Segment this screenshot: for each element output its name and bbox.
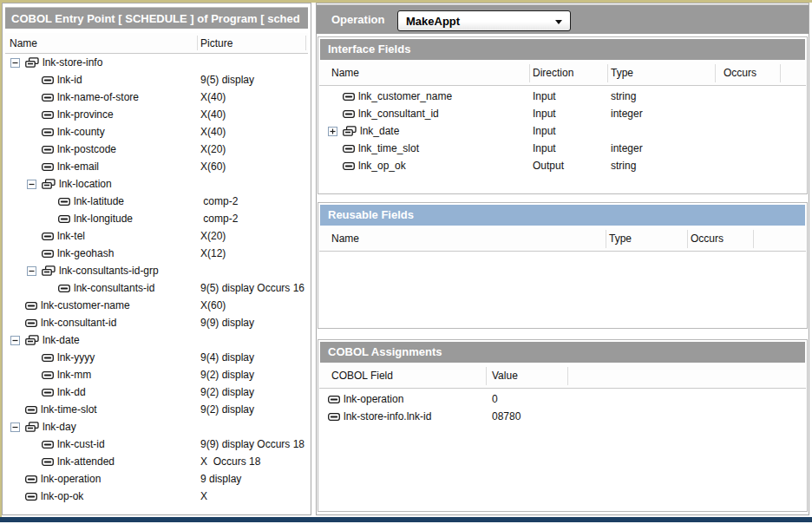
tree-row[interactable]: lnk-day [5,418,308,436]
field-icon [42,389,54,396]
collapse-icon[interactable] [10,336,20,345]
tree-row[interactable]: lnk-date [5,331,308,349]
tree-row[interactable]: lnk-consultant-id9(9) display [5,314,308,331]
field-icon [58,285,70,292]
item-label: lnk-geohash [57,247,114,259]
group-icon [25,422,39,433]
picture-value: X(20) [200,141,226,158]
tree-row[interactable]: lnk-countyX(40) [5,123,308,141]
column-separator[interactable] [305,36,306,50]
item-label: lnk-consultants-id-grp [59,265,159,277]
collapse-icon[interactable] [10,422,20,432]
column-separator[interactable] [687,230,688,248]
column-header-name: Name [10,37,37,49]
tree-row[interactable]: lnk-latitude comp-2 [5,193,308,210]
expand-icon[interactable] [328,127,337,136]
picture-value: 9(5) display Occurs 16 [200,279,304,297]
operation-dropdown[interactable]: MakeAppt [397,10,571,31]
cobol-tree-column-header: Name Picture [5,33,308,54]
column-separator[interactable] [197,36,198,50]
field-icon [343,93,355,101]
item-label: lnk-day [43,421,76,433]
window-bottom-edge [0,517,812,522]
tree-row[interactable]: lnk-op-okX [5,488,308,505]
tree-row[interactable]: lnk-mm9(2) display [5,366,308,383]
tree-row[interactable]: lnk-consultants-id9(5) display Occurs 16 [5,279,308,297]
tree-row[interactable]: lnk-provinceX(40) [5,106,308,123]
tree-row[interactable]: lnk-location [5,175,308,193]
interface-field-row[interactable]: lnk_time_slotInputinteger [319,140,806,157]
column-separator[interactable] [567,367,568,385]
item-label: lnk-county [57,126,105,138]
column-header-name: Name [331,67,359,79]
tree-row[interactable]: lnk-postcodeX(20) [5,141,308,158]
field-icon [42,146,54,154]
item-label: lnk-latitude [74,195,124,207]
column-separator[interactable] [529,64,530,82]
field-icon [42,371,54,379]
column-separator[interactable] [486,367,487,385]
type-value: integer [611,105,643,122]
field-icon [343,162,355,170]
column-header-name: Name [331,233,359,245]
item-label: lnk-store-info [43,56,102,69]
column-separator[interactable] [715,64,716,82]
tree-row[interactable]: lnk-operation9 display [5,470,308,488]
field-icon [25,319,37,327]
group-icon [42,265,56,277]
type-value: string [611,157,636,174]
tree-row[interactable]: lnk-yyyy9(4) display [5,349,308,366]
item-label: lnk-cust-id [57,438,105,450]
tree-row[interactable]: lnk-longitude comp-2 [5,210,308,227]
cobol-assignments-title: COBOL Assignments [320,342,805,363]
collapse-icon[interactable] [27,180,36,189]
tree-row[interactable]: lnk-name-of-storeX(40) [5,88,308,106]
interface-field-row[interactable]: lnk_dateInput [319,122,806,140]
column-separator[interactable] [753,230,754,248]
field-icon [58,198,70,206]
tree-row[interactable]: lnk-telX(20) [5,227,308,245]
item-label: lnk-time-slot [41,403,97,416]
direction-value: Input [533,122,556,140]
tree-row[interactable]: lnk-consultants-id-grp [5,262,308,279]
item-label: lnk-postcode [57,143,116,155]
interface-field-row[interactable]: lnk_consultant_idInputinteger [319,105,806,122]
interface-field-row[interactable]: lnk_customer_nameInputstring [319,88,806,105]
item-label: lnk-consultants-id [74,282,154,294]
item-label: lnk-yyyy [57,351,95,364]
item-label: lnk-operation [344,393,403,405]
item-label: lnk_time_slot [358,142,419,154]
field-icon [42,441,54,449]
reusable-fields-section: Reusable Fields Name Type Occurs [318,202,808,329]
group-icon [25,335,39,346]
tree-row[interactable]: lnk-store-info [5,54,308,71]
tree-row[interactable]: lnk-time-slot9(2) display [5,401,308,418]
collapse-icon[interactable] [27,266,36,276]
tree-row[interactable]: lnk-id9(5) display [5,71,308,88]
cobol-assignments-column-header: COBOL Field Value [319,364,806,389]
tree-row[interactable]: lnk-cust-id9(9) display Occurs 18 [5,436,308,453]
tree-row[interactable]: lnk-customer-nameX(60) [5,297,308,314]
item-label: lnk_consultant_id [358,108,439,120]
interface-fields-title: Interface Fields [320,39,805,60]
cobol-entry-point-panel: COBOL Entry Point [ SCHEDULE ] of Progra… [2,3,311,515]
cobol-assignment-row[interactable]: lnk-operation0 [319,390,806,408]
cobol-assignment-row[interactable]: lnk-store-info.lnk-id08780 [319,408,806,425]
column-separator[interactable] [780,64,781,82]
item-label: lnk_op_ok [358,160,406,172]
tree-row[interactable]: lnk-emailX(60) [5,158,308,175]
operation-dropdown-value: MakeAppt [406,15,460,28]
tree-row[interactable]: lnk-geohashX(12) [5,245,308,262]
tree-row[interactable]: lnk-dd9(2) display [5,383,308,401]
interface-field-row[interactable]: lnk_op_okOutputstring [319,157,806,174]
item-label: lnk-name-of-store [57,91,139,103]
column-separator[interactable] [607,64,608,82]
picture-value: X(40) [200,88,226,106]
column-separator[interactable] [606,230,606,248]
collapse-icon[interactable] [10,58,20,68]
group-icon [343,126,357,137]
item-label: lnk-operation [41,473,101,485]
tree-row[interactable]: lnk-attendedX Occurs 18 [5,453,308,470]
column-header-picture: Picture [200,37,232,49]
field-icon [42,233,54,240]
